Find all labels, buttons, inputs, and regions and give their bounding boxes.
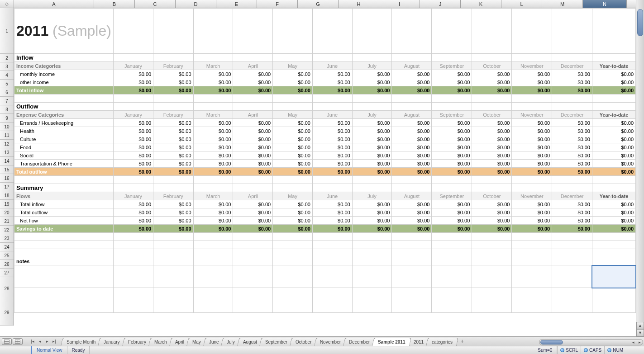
cell-I25[interactable]: [392, 241, 432, 249]
cell-G16[interactable]: $0.00: [312, 168, 352, 176]
cell-A18[interactable]: Summary: [14, 184, 114, 192]
cell-M15[interactable]: $0.00: [552, 160, 592, 168]
cell-K29[interactable]: [472, 288, 512, 313]
cell-J27[interactable]: [432, 257, 472, 265]
cell-K8[interactable]: [472, 103, 512, 111]
cell-F19[interactable]: May: [273, 192, 313, 200]
cell-J8[interactable]: [432, 103, 472, 111]
cell-N8[interactable]: [592, 103, 635, 111]
cell-M4[interactable]: $0.00: [552, 70, 592, 78]
cell-H16[interactable]: $0.00: [352, 168, 392, 176]
cell-G15[interactable]: $0.00: [312, 160, 352, 168]
cell-F29[interactable]: [273, 288, 313, 313]
cell-H26[interactable]: [352, 249, 392, 257]
cell-D12[interactable]: $0.00: [193, 135, 233, 143]
cell-J18[interactable]: [432, 184, 472, 192]
cell-E8[interactable]: [233, 103, 273, 111]
row-header-19[interactable]: 19: [0, 200, 14, 208]
cell-N9[interactable]: Year-to-date: [592, 111, 635, 119]
cell-H29[interactable]: [352, 288, 392, 313]
sheet-tab-november[interactable]: November: [314, 338, 347, 346]
cell-N14[interactable]: $0.00: [592, 151, 635, 160]
cell-A16[interactable]: Total outflow: [14, 168, 114, 176]
cell-K23[interactable]: $0.00: [472, 225, 512, 233]
cell-A6[interactable]: Total inflow: [14, 86, 114, 94]
cell-N2[interactable]: [592, 54, 635, 62]
cell-B22[interactable]: $0.00: [113, 217, 153, 225]
cell-F24[interactable]: [273, 233, 313, 241]
cell-E16[interactable]: $0.00: [233, 168, 273, 176]
row-header-8[interactable]: 8: [0, 105, 14, 114]
cell-N11[interactable]: $0.00: [592, 127, 635, 135]
cell-L7[interactable]: [512, 94, 552, 103]
cell-K2[interactable]: [472, 54, 512, 62]
cell-F13[interactable]: $0.00: [273, 143, 313, 151]
cell-J29[interactable]: [432, 288, 472, 313]
cell-B8[interactable]: [113, 103, 153, 111]
cell-E15[interactable]: $0.00: [233, 160, 273, 168]
cell-D3[interactable]: March: [193, 62, 233, 70]
scroll-down-button[interactable]: ▼: [636, 329, 644, 336]
cell-H17[interactable]: [352, 176, 392, 184]
cell-G4[interactable]: $0.00: [312, 70, 352, 78]
cell-N13[interactable]: $0.00: [592, 143, 635, 151]
cell-J15[interactable]: $0.00: [432, 160, 472, 168]
cell-B12[interactable]: $0.00: [113, 135, 153, 143]
cell-H6[interactable]: $0.00: [352, 86, 392, 94]
cell-C13[interactable]: $0.00: [153, 143, 193, 151]
cell-L6[interactable]: $0.00: [512, 86, 552, 94]
cell-D4[interactable]: $0.00: [193, 70, 233, 78]
cell-K18[interactable]: [472, 184, 512, 192]
cell-J28[interactable]: [432, 265, 472, 288]
row-header-14[interactable]: 14: [0, 157, 14, 165]
cell-D2[interactable]: [193, 54, 233, 62]
cell-M10[interactable]: $0.00: [552, 119, 592, 127]
cell-G27[interactable]: [312, 257, 352, 265]
cell-G20[interactable]: $0.00: [312, 200, 352, 208]
cell-K26[interactable]: [472, 249, 512, 257]
cell-A29[interactable]: [14, 288, 114, 313]
cell-F6[interactable]: $0.00: [273, 86, 313, 94]
cell-M5[interactable]: $0.00: [552, 78, 592, 86]
cell-J13[interactable]: $0.00: [432, 143, 472, 151]
cell-F18[interactable]: [273, 184, 313, 192]
cell-H1[interactable]: [352, 9, 392, 54]
cell-L25[interactable]: [512, 241, 552, 249]
cell-J22[interactable]: $0.00: [432, 217, 472, 225]
cell-G10[interactable]: $0.00: [312, 119, 352, 127]
cell-N3[interactable]: Year-to-date: [592, 62, 635, 70]
column-header-B[interactable]: B: [94, 0, 135, 8]
cell-K21[interactable]: $0.00: [472, 208, 512, 217]
column-header-M[interactable]: M: [542, 0, 583, 8]
cell-G1[interactable]: [312, 9, 352, 54]
cell-G14[interactable]: $0.00: [312, 151, 352, 160]
cell-M8[interactable]: [552, 103, 592, 111]
cell-G9[interactable]: June: [312, 111, 352, 119]
sheet-tab-september[interactable]: September: [260, 338, 294, 346]
cell-B29[interactable]: [113, 288, 153, 313]
cell-C21[interactable]: $0.00: [153, 208, 193, 217]
cell-E2[interactable]: [233, 54, 273, 62]
cell-M21[interactable]: $0.00: [552, 208, 592, 217]
cell-K14[interactable]: $0.00: [472, 151, 512, 160]
row-header-7[interactable]: 7: [0, 97, 14, 105]
cell-K5[interactable]: $0.00: [472, 78, 512, 86]
cell-C20[interactable]: $0.00: [153, 200, 193, 208]
cell-J24[interactable]: [432, 233, 472, 241]
cell-F11[interactable]: $0.00: [273, 127, 313, 135]
cell-F5[interactable]: $0.00: [273, 78, 313, 86]
cell-C11[interactable]: $0.00: [153, 127, 193, 135]
sheet-tab-categories[interactable]: categories: [426, 338, 458, 346]
cell-L3[interactable]: November: [512, 62, 552, 70]
cell-A23[interactable]: Savings to date: [14, 225, 114, 233]
cell-D26[interactable]: [193, 249, 233, 257]
cell-I27[interactable]: [392, 257, 432, 265]
cell-I23[interactable]: $0.00: [392, 225, 432, 233]
cell-J12[interactable]: $0.00: [432, 135, 472, 143]
cell-D1[interactable]: [193, 9, 233, 54]
cell-G8[interactable]: [312, 103, 352, 111]
cell-C17[interactable]: [153, 176, 193, 184]
cell-E1[interactable]: [233, 9, 273, 54]
cell-E18[interactable]: [233, 184, 273, 192]
cell-I14[interactable]: $0.00: [392, 151, 432, 160]
